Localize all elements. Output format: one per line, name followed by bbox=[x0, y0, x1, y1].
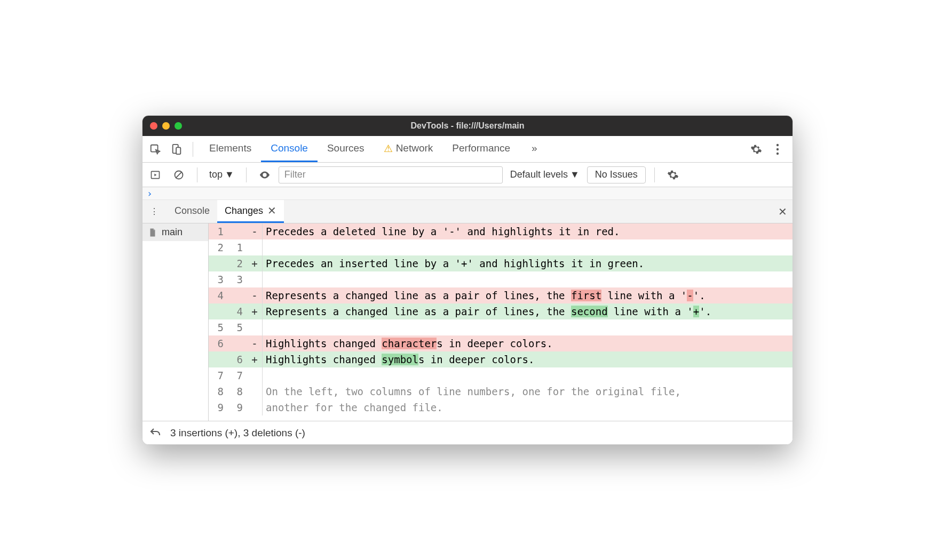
close-tab-icon[interactable]: ✕ bbox=[267, 204, 276, 217]
divider bbox=[193, 142, 193, 157]
tab-sources[interactable]: Sources bbox=[318, 136, 374, 162]
diff-footer: 3 insertions (+), 3 deletions (-) bbox=[142, 421, 793, 444]
warning-icon: ⚠ bbox=[384, 142, 393, 155]
tab-label: Console bbox=[271, 142, 308, 154]
line-number-new: 1 bbox=[228, 239, 247, 255]
traffic-lights bbox=[150, 122, 182, 130]
log-levels-selector[interactable]: Default levels ▼ bbox=[507, 167, 583, 182]
svg-point-4 bbox=[776, 148, 779, 150]
chevron-down-icon: ▼ bbox=[570, 169, 580, 180]
diff-marker: + bbox=[247, 303, 262, 319]
more-tabs-button[interactable]: » bbox=[522, 136, 547, 162]
diff-code bbox=[263, 271, 793, 287]
console-toolbar: top ▼ Default levels ▼ No Issues bbox=[142, 163, 793, 187]
inspect-element-icon[interactable] bbox=[146, 140, 165, 159]
tab-elements[interactable]: Elements bbox=[200, 136, 261, 162]
diff-marker: - bbox=[247, 223, 262, 239]
issues-label: No Issues bbox=[595, 169, 638, 180]
drawer-tab-label: Changes bbox=[225, 205, 263, 217]
diff-marker bbox=[247, 239, 262, 255]
diff-row: 88On the left, two columns of line numbe… bbox=[209, 383, 793, 399]
diff-row: 1-Precedes a deleted line by a '-' and h… bbox=[209, 223, 793, 239]
line-number-new bbox=[228, 287, 247, 303]
drawer-tab-changes[interactable]: Changes✕ bbox=[217, 200, 284, 223]
diff-marker: + bbox=[247, 255, 262, 271]
line-number-old: 3 bbox=[209, 271, 228, 287]
tab-performance[interactable]: Performance bbox=[442, 136, 520, 162]
line-number-new bbox=[228, 335, 247, 351]
issues-button[interactable]: No Issues bbox=[587, 166, 646, 183]
diff-code: Precedes a deleted line by a '-' and hig… bbox=[263, 223, 793, 239]
filter-input[interactable] bbox=[279, 166, 503, 183]
diff-row: 55 bbox=[209, 319, 793, 335]
titlebar: DevTools - file:///Users/main bbox=[142, 116, 793, 136]
diff-marker bbox=[247, 271, 262, 287]
diff-summary: 3 insertions (+), 3 deletions (-) bbox=[170, 427, 305, 439]
eye-icon[interactable] bbox=[255, 165, 274, 185]
line-number-old bbox=[209, 255, 228, 271]
tab-label: Network bbox=[396, 142, 433, 154]
line-number-new: 8 bbox=[228, 383, 247, 399]
close-window-button[interactable] bbox=[150, 122, 157, 130]
line-number-new: 7 bbox=[228, 367, 247, 383]
main-tabs: ElementsConsoleSources⚠NetworkPerformanc… bbox=[142, 136, 793, 163]
line-number-new bbox=[228, 223, 247, 239]
minimize-window-button[interactable] bbox=[162, 122, 170, 130]
line-number-new: 3 bbox=[228, 271, 247, 287]
revert-icon[interactable] bbox=[149, 423, 162, 443]
levels-label: Default levels bbox=[510, 169, 568, 180]
line-number-new: 4 bbox=[228, 303, 247, 319]
settings-gear-icon[interactable] bbox=[747, 140, 766, 159]
diff-code bbox=[263, 367, 793, 383]
diff-marker bbox=[247, 367, 262, 383]
line-number-old: 2 bbox=[209, 239, 228, 255]
svg-rect-2 bbox=[176, 147, 180, 154]
tab-label: Sources bbox=[327, 142, 365, 154]
close-drawer-icon[interactable]: ✕ bbox=[778, 205, 787, 218]
maximize-window-button[interactable] bbox=[175, 122, 182, 130]
drawer-tab-console[interactable]: Console bbox=[167, 200, 217, 223]
devtools-window: DevTools - file:///Users/main ElementsCo… bbox=[142, 115, 793, 445]
diff-marker bbox=[247, 383, 262, 399]
window-title: DevTools - file:///Users/main bbox=[142, 121, 793, 131]
tab-console[interactable]: Console bbox=[261, 136, 318, 162]
chevron-down-icon: ▼ bbox=[225, 169, 234, 180]
clear-console-icon[interactable] bbox=[169, 165, 188, 185]
diff-row: 33 bbox=[209, 271, 793, 287]
diff-code: Highlights changed symbols in deeper col… bbox=[263, 351, 793, 367]
toggle-sidebar-icon[interactable] bbox=[146, 165, 165, 185]
divider bbox=[654, 167, 655, 182]
diff-row: 6-Highlights changed characters in deepe… bbox=[209, 335, 793, 351]
line-number-old: 8 bbox=[209, 383, 228, 399]
line-number-old bbox=[209, 351, 228, 367]
line-number-old bbox=[209, 303, 228, 319]
diff-code bbox=[263, 239, 793, 255]
diff-code: Precedes an inserted line by a '+' and h… bbox=[263, 255, 793, 271]
diff-row: 21 bbox=[209, 239, 793, 255]
diff-code: Highlights changed characters in deeper … bbox=[263, 335, 793, 351]
svg-rect-0 bbox=[151, 145, 158, 151]
diff-marker: - bbox=[247, 287, 262, 303]
diff-code: Represents a changed line as a pair of l… bbox=[263, 287, 793, 303]
console-prompt[interactable]: › bbox=[142, 187, 793, 200]
diff-code: Represents a changed line as a pair of l… bbox=[263, 303, 793, 319]
diff-view[interactable]: 1-Precedes a deleted line by a '-' and h… bbox=[209, 223, 793, 421]
line-number-old: 9 bbox=[209, 399, 228, 415]
svg-point-3 bbox=[776, 143, 779, 146]
line-number-old: 1 bbox=[209, 223, 228, 239]
console-settings-gear-icon[interactable] bbox=[663, 165, 683, 185]
kebab-menu-icon[interactable] bbox=[768, 140, 787, 159]
device-toolbar-icon[interactable] bbox=[167, 140, 186, 159]
context-selector[interactable]: top ▼ bbox=[206, 167, 237, 182]
tab-network[interactable]: ⚠Network bbox=[374, 136, 443, 162]
diff-marker bbox=[247, 319, 262, 335]
file-tree-item[interactable]: main bbox=[142, 223, 208, 241]
file-name: main bbox=[162, 227, 183, 238]
line-number-new: 2 bbox=[228, 255, 247, 271]
diff-code: another for the changed file. bbox=[263, 399, 793, 415]
svg-point-5 bbox=[776, 152, 779, 154]
drawer-kebab-icon[interactable]: ⋮ bbox=[145, 202, 164, 221]
drawer-tab-label: Console bbox=[175, 205, 210, 217]
diff-row: 2+Precedes an inserted line by a '+' and… bbox=[209, 255, 793, 271]
context-label: top bbox=[209, 169, 223, 180]
